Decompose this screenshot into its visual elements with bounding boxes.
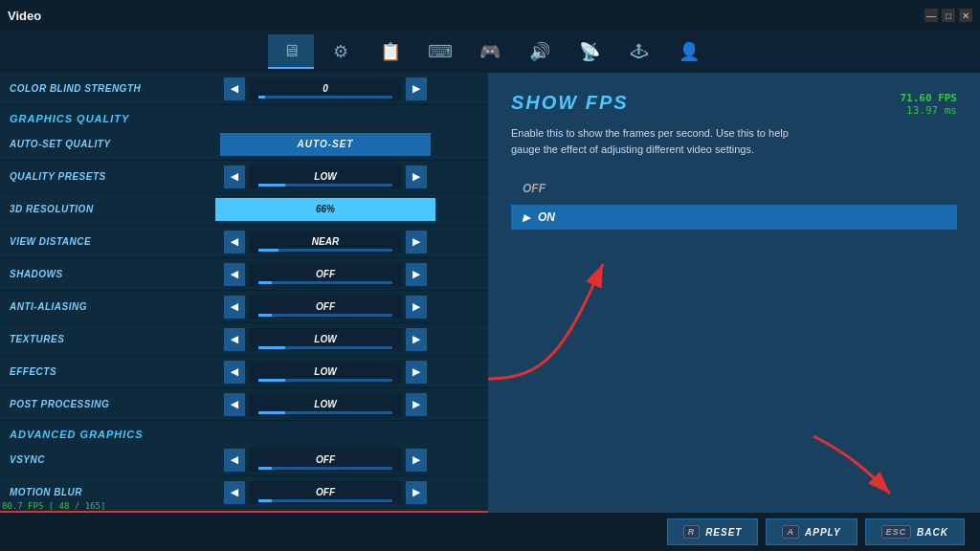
bottom-bar: 80.7 FPS [ 48 / 165] R RESET A APPLY ESC… xyxy=(0,513,980,551)
control-textures: ◀ LOW ▶ xyxy=(172,328,479,351)
apply-button[interactable]: A APPLY xyxy=(766,518,857,545)
textures-next[interactable]: ▶ xyxy=(406,328,427,351)
option-off[interactable]: OFF xyxy=(511,176,957,201)
setting-row-effects: EFFECTS ◀ LOW ▶ xyxy=(0,356,488,388)
fps-ms: 13.97 ms xyxy=(900,104,957,117)
shadows-prev[interactable]: ◀ xyxy=(224,263,245,286)
tab-gamepad[interactable]: 🎮 xyxy=(467,34,513,69)
title-bar-controls[interactable]: — □ ✕ xyxy=(924,9,972,22)
motion-blur-prev[interactable]: ◀ xyxy=(224,481,245,504)
detail-title: SHOW FPS xyxy=(511,92,957,114)
fps-stat: 80.7 FPS [ 48 / 165] xyxy=(2,501,105,511)
view-distance-value: NEAR xyxy=(249,231,402,253)
control-3d-resolution: 66% xyxy=(172,198,479,221)
setting-label-color-blind: COLOR BLIND STRENGTH xyxy=(10,83,172,94)
option-list: OFF ON xyxy=(511,176,957,230)
view-distance-next[interactable]: ▶ xyxy=(406,231,427,253)
control-effects: ◀ LOW ▶ xyxy=(172,361,479,384)
label-anti-aliasing: ANTI-ALIASING xyxy=(10,301,172,312)
motion-blur-next[interactable]: ▶ xyxy=(406,481,427,504)
setting-row-post-processing: POST PROCESSING ◀ LOW ▶ xyxy=(0,388,488,421)
label-quality-presets: QUALITY PRESETS xyxy=(10,171,172,182)
vsync-next[interactable]: ▶ xyxy=(406,449,427,472)
control-anti-aliasing: ◀ OFF ▶ xyxy=(172,296,479,319)
quality-presets-next[interactable]: ▶ xyxy=(406,165,427,188)
setting-row-3d-resolution: 3D RESOLUTION 66% xyxy=(0,193,488,226)
setting-row-shadows: SHADOWS ◀ OFF ▶ xyxy=(0,258,488,291)
effects-next[interactable]: ▶ xyxy=(406,361,427,384)
post-processing-next[interactable]: ▶ xyxy=(406,393,427,416)
quality-presets-prev[interactable]: ◀ xyxy=(224,165,245,188)
title-bar-left: Video xyxy=(8,9,41,23)
label-textures: TEXTURES xyxy=(10,334,172,344)
control-quality-presets: ◀ LOW ▶ xyxy=(172,165,479,188)
control-auto-quality: AUTO-SET xyxy=(172,133,479,156)
auto-set-button[interactable]: AUTO-SET xyxy=(220,133,431,156)
setting-row-textures: TEXTURES ◀ LOW ▶ xyxy=(0,323,488,356)
tab-keyboard[interactable]: ⌨ xyxy=(417,34,463,69)
reset-button[interactable]: R RESET xyxy=(667,518,759,545)
vsync-value: OFF xyxy=(249,449,402,472)
label-shadows: SHADOWS xyxy=(10,269,172,279)
motion-blur-value: OFF xyxy=(249,481,402,504)
control-motion-blur: ◀ OFF ▶ xyxy=(172,481,479,504)
textures-value: LOW xyxy=(249,328,402,351)
reset-label: RESET xyxy=(705,527,742,538)
control-shadows: ◀ OFF ▶ xyxy=(172,263,479,286)
control-post-processing: ◀ LOW ▶ xyxy=(172,393,479,416)
back-key: ESC xyxy=(881,525,912,539)
minimize-button[interactable]: — xyxy=(924,9,938,22)
setting-row-show-fps: SHOW FPS ◀ ON ▶ xyxy=(0,511,488,513)
color-blind-next-button[interactable]: ▶ xyxy=(406,77,427,100)
vsync-prev[interactable]: ◀ xyxy=(224,449,245,472)
left-panel: COLOR BLIND STRENGTH ◀ 0 ▶ GRAPHICS QUAL… xyxy=(0,73,488,513)
tab-menu[interactable]: 📋 xyxy=(368,34,413,69)
color-blind-prev-button[interactable]: ◀ xyxy=(224,77,245,100)
anti-aliasing-next[interactable]: ▶ xyxy=(406,296,427,319)
nav-tabs: 🖥 ⚙ 📋 ⌨ 🎮 🔊 📡 🕹 👤 xyxy=(0,31,980,73)
apply-key: A xyxy=(782,525,799,539)
effects-prev[interactable]: ◀ xyxy=(224,361,245,384)
post-processing-prev[interactable]: ◀ xyxy=(224,393,245,416)
view-distance-prev[interactable]: ◀ xyxy=(224,231,245,253)
setting-control-color-blind: ◀ 0 ▶ xyxy=(172,77,479,100)
reset-key: R xyxy=(683,525,701,539)
tab-account[interactable]: 👤 xyxy=(666,34,712,69)
back-button[interactable]: ESC BACK xyxy=(865,518,965,545)
tab-network[interactable]: 📡 xyxy=(567,34,612,69)
anti-aliasing-prev[interactable]: ◀ xyxy=(224,296,245,319)
tab-controller[interactable]: 🕹 xyxy=(616,34,662,69)
textures-prev[interactable]: ◀ xyxy=(224,328,245,351)
tab-display[interactable]: 🖥 xyxy=(268,34,314,69)
label-post-processing: POST PROCESSING xyxy=(10,399,172,409)
label-vsync: VSYNC xyxy=(10,454,172,465)
title-bar: Video — □ ✕ xyxy=(0,0,980,31)
setting-row-color-blind: COLOR BLIND STRENGTH ◀ 0 ▶ xyxy=(0,73,488,105)
tab-settings[interactable]: ⚙ xyxy=(318,34,364,69)
setting-row-quality-presets: QUALITY PRESETS ◀ LOW ▶ xyxy=(0,161,488,193)
tab-audio[interactable]: 🔊 xyxy=(517,34,563,69)
setting-row-anti-aliasing: ANTI-ALIASING ◀ OFF ▶ xyxy=(0,291,488,323)
label-view-distance: VIEW DISTANCE xyxy=(10,236,172,247)
maximize-button[interactable]: □ xyxy=(942,9,955,22)
quality-presets-value: LOW xyxy=(249,165,402,188)
shadows-value: OFF xyxy=(249,263,402,286)
close-button[interactable]: ✕ xyxy=(959,9,972,22)
effects-value: LOW xyxy=(249,361,402,384)
section-header-graphics: GRAPHICS QUALITY xyxy=(0,105,488,128)
setting-row-vsync: VSYNC ◀ OFF ▶ xyxy=(0,444,488,476)
post-processing-value: LOW xyxy=(249,393,402,416)
label-motion-blur: MOTION BLUR xyxy=(10,487,172,497)
option-on[interactable]: ON xyxy=(511,205,957,230)
label-3d-resolution: 3D RESOLUTION xyxy=(10,204,172,214)
shadows-next[interactable]: ▶ xyxy=(406,263,427,286)
back-label: BACK xyxy=(917,527,948,538)
anti-aliasing-value: OFF xyxy=(249,296,402,319)
control-view-distance: ◀ NEAR ▶ xyxy=(172,231,479,253)
fps-value: 71.60 FPS xyxy=(900,92,957,104)
slider-3d-resolution[interactable]: 66% xyxy=(215,198,435,221)
detail-description: Enable this to show the frames per secon… xyxy=(511,125,798,157)
apply-label: APPLY xyxy=(805,527,841,538)
setting-row-auto-quality: AUTO-SET QUALITY AUTO-SET xyxy=(0,128,488,161)
label-auto-quality: AUTO-SET QUALITY xyxy=(10,139,172,149)
